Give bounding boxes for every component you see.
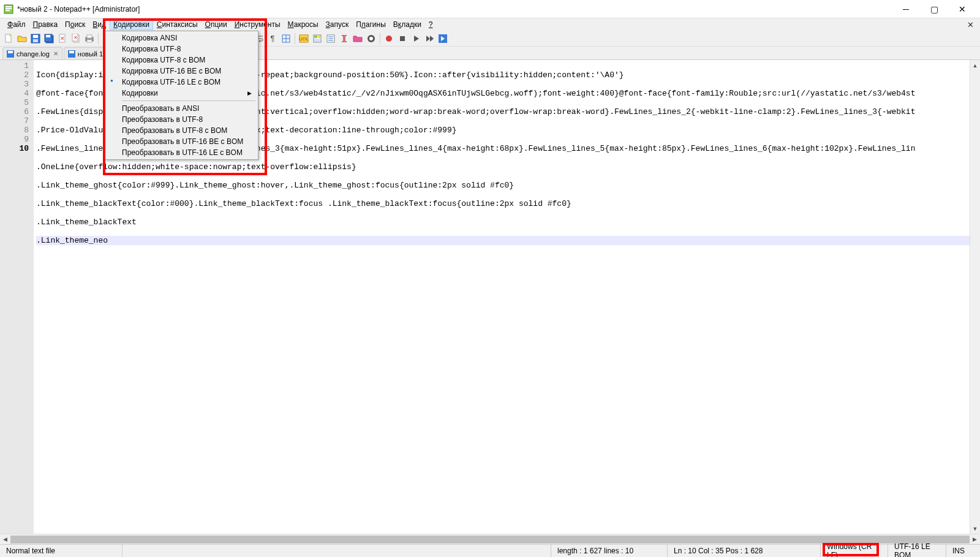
dd-encode-utf16be-bom[interactable]: Кодировка UTF-16 BE с BOM (105, 66, 258, 77)
status-insert-mode[interactable]: INS (946, 545, 980, 557)
menu-view[interactable]: Вид (89, 19, 110, 30)
svg-rect-1 (6, 6, 12, 7)
scroll-up-icon[interactable]: ▲ (970, 60, 980, 70)
doc-list-icon[interactable] (325, 32, 337, 45)
record-macro-icon[interactable] (383, 32, 395, 45)
app-icon (4, 4, 13, 14)
svg-rect-47 (8, 51, 13, 53)
maximize-button[interactable]: ▢ (920, 0, 948, 18)
dd-convert-utf16le-bom[interactable]: Преобразовать в UTF-16 LE с BOM (105, 147, 258, 158)
menu-macros[interactable]: Макросы (284, 19, 322, 30)
menu-search[interactable]: Поиск (61, 19, 89, 30)
menu-file[interactable]: Файл (4, 19, 29, 30)
window-title: *новый 2 - Notepad++ [Administrator] (17, 5, 140, 13)
menu-help[interactable]: ? (425, 19, 437, 30)
code-line: .OneLine{overflow:hidden;white-space:now… (36, 162, 980, 172)
status-encoding[interactable]: UTF-16 LE BOM (888, 545, 946, 557)
scroll-thumb[interactable] (10, 536, 970, 544)
open-file-icon[interactable] (16, 32, 28, 45)
svg-point-42 (369, 37, 373, 40)
svg-rect-39 (314, 39, 320, 42)
close-file-icon[interactable]: ✕ (56, 32, 69, 45)
svg-text:UDL: UDL (299, 36, 309, 42)
tab-label: change.log (17, 50, 50, 58)
svg-rect-19 (87, 40, 92, 42)
close-button[interactable]: ✕ (948, 0, 976, 18)
file-saved-icon (68, 50, 75, 58)
code-line: .Link_theme_blackText{color:#000}.Link_t… (36, 199, 980, 208)
line-number-gutter: 12345 678910 (0, 60, 34, 534)
menu-encoding[interactable]: Кодировки (110, 19, 153, 30)
play-macro-icon[interactable] (410, 32, 422, 45)
scroll-right-icon[interactable]: ▶ (970, 534, 980, 545)
menu-run[interactable]: Запуск (322, 19, 353, 30)
save-macro-icon[interactable] (437, 32, 449, 45)
dd-label: Кодировки (122, 89, 158, 97)
menu-options[interactable]: Опции (202, 19, 231, 30)
svg-text:✕: ✕ (74, 35, 78, 40)
dd-encode-utf16le-bom[interactable]: Кодировка UTF-16 LE с BOM (105, 77, 258, 88)
scroll-left-icon[interactable]: ◀ (0, 534, 10, 545)
encoding-dropdown: Кодировка ANSI Кодировка UTF-8 Кодировка… (104, 31, 258, 160)
status-position: Ln : 10 Col : 35 Pos : 1 628 (668, 545, 821, 557)
close-all-icon[interactable]: ✕ (70, 32, 82, 45)
svg-rect-8 (33, 39, 38, 42)
svg-rect-2 (6, 8, 12, 9)
dd-encode-utf8[interactable]: Кодировка UTF-8 (105, 44, 258, 55)
dd-convert-utf8-bom[interactable]: Преобразовать в UTF-8 с BOM (105, 125, 258, 136)
indent-guide-icon[interactable] (280, 32, 292, 45)
print-icon[interactable] (83, 32, 96, 45)
menu-tools[interactable]: Инструменты (231, 19, 284, 30)
menu-plugins[interactable]: Плагины (352, 19, 390, 30)
svg-rect-7 (33, 35, 38, 38)
menubar: Файл Правка Поиск Вид Кодировки Синтакси… (0, 18, 980, 31)
tab-label: новый 1 (78, 50, 103, 58)
dropdown-separator (122, 100, 255, 101)
status-eol[interactable]: Windows (CR LF) (821, 545, 888, 557)
show-all-chars-icon[interactable]: ¶ (266, 32, 279, 45)
code-line: .Link_theme_ghost{color:#999}.Link_theme… (36, 181, 980, 190)
doc-map-icon[interactable] (311, 32, 323, 45)
code-line: .Link_theme_neo (36, 236, 980, 245)
new-file-icon[interactable] (2, 32, 15, 45)
status-spacer (123, 545, 551, 557)
menu-windows[interactable]: Вкладки (390, 19, 425, 30)
svg-rect-37 (314, 36, 317, 38)
dd-encodings-submenu[interactable]: Кодировки▶ (105, 88, 258, 99)
svg-rect-44 (400, 36, 405, 41)
tab-close-icon[interactable]: ✕ (53, 50, 58, 57)
svg-text:✕: ✕ (60, 36, 65, 42)
dd-convert-utf16be-bom[interactable]: Преобразовать в UTF-16 BE с BOM (105, 136, 258, 147)
svg-rect-3 (6, 10, 10, 11)
chevron-right-icon: ▶ (247, 90, 252, 96)
dd-encode-ansi[interactable]: Кодировка ANSI (105, 32, 258, 44)
lang-icon[interactable]: UDL (298, 32, 310, 45)
dd-convert-ansi[interactable]: Преобразовать в ANSI (105, 103, 258, 114)
menu-syntax[interactable]: Синтаксисы (153, 19, 202, 30)
save-icon[interactable] (29, 32, 42, 45)
document-close-x[interactable]: ✕ (967, 20, 976, 29)
dd-encode-utf8-bom[interactable]: Кодировка UTF-8 с BOM (105, 55, 258, 66)
svg-rect-49 (69, 51, 74, 53)
menu-edit[interactable]: Правка (29, 19, 62, 30)
play-multi-icon[interactable] (423, 32, 435, 45)
file-saved-icon (7, 50, 14, 58)
stop-macro-icon[interactable] (396, 32, 409, 45)
svg-point-43 (386, 36, 392, 42)
statusbar: Normal text file length : 1 627 lines : … (0, 544, 980, 557)
svg-rect-11 (46, 35, 50, 37)
svg-rect-5 (9, 34, 11, 36)
scroll-down-icon[interactable]: ▼ (970, 523, 980, 534)
minimize-button[interactable]: ─ (892, 0, 920, 18)
monitor-icon[interactable] (365, 32, 377, 45)
dd-convert-utf8[interactable]: Преобразовать в UTF-8 (105, 114, 258, 125)
func-list-icon[interactable] (338, 32, 350, 45)
tab-changelog[interactable]: change.log ✕ (2, 47, 62, 59)
svg-rect-18 (87, 35, 92, 38)
folder-view-icon[interactable] (352, 32, 364, 45)
horizontal-scrollbar[interactable]: ◀ ▶ (0, 534, 980, 544)
vertical-scrollbar[interactable]: ▲ ▼ (970, 60, 980, 534)
save-all-icon[interactable] (43, 32, 55, 45)
status-length: length : 1 627 lines : 10 (551, 545, 668, 557)
status-filetype: Normal text file (0, 545, 123, 557)
